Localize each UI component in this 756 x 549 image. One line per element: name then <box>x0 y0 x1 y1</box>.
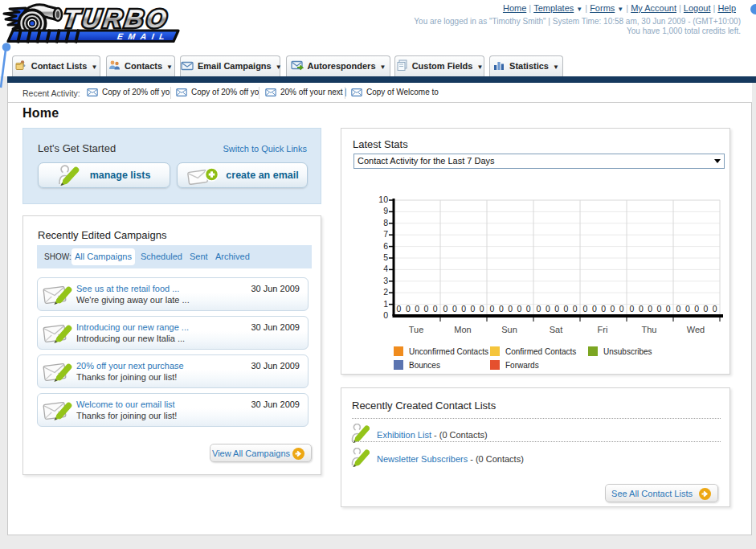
svg-text:0: 0 <box>470 304 475 313</box>
svg-text:0: 0 <box>676 304 681 313</box>
svg-text:10: 10 <box>378 195 388 204</box>
svg-text:0: 0 <box>443 304 448 313</box>
svg-text:0: 0 <box>666 304 671 313</box>
svg-text:0: 0 <box>563 304 568 313</box>
svg-text:0: 0 <box>397 304 402 313</box>
svg-text:2: 2 <box>383 287 388 297</box>
svg-text:EMAIL: EMAIL <box>116 31 170 41</box>
svg-text:0: 0 <box>383 310 388 320</box>
svg-text:0: 0 <box>490 304 495 313</box>
svg-text:0: 0 <box>480 304 484 313</box>
svg-text:3: 3 <box>383 276 388 285</box>
svg-text:0: 0 <box>619 304 624 313</box>
svg-text:0: 0 <box>415 304 419 313</box>
svg-text:0: 0 <box>610 304 615 313</box>
svg-text:Tue: Tue <box>409 325 424 334</box>
svg-text:4: 4 <box>383 264 388 273</box>
svg-text:0: 0 <box>423 304 428 313</box>
svg-text:0: 0 <box>526 304 531 313</box>
svg-text:0: 0 <box>573 304 578 313</box>
svg-text:Mon: Mon <box>454 325 471 334</box>
svg-text:6: 6 <box>383 241 388 251</box>
svg-text:0: 0 <box>630 304 635 313</box>
svg-text:0: 0 <box>703 304 708 313</box>
svg-text:0: 0 <box>685 304 690 313</box>
svg-text:1: 1 <box>383 299 388 309</box>
svg-text:0: 0 <box>461 304 466 313</box>
svg-text:0: 0 <box>592 304 597 313</box>
svg-text:0: 0 <box>546 304 550 313</box>
svg-text:Thu: Thu <box>642 325 657 334</box>
svg-text:0: 0 <box>694 304 699 313</box>
svg-text:Sun: Sun <box>501 325 517 334</box>
svg-text:Sat: Sat <box>550 325 563 334</box>
svg-text:Wed: Wed <box>687 325 705 334</box>
svg-text:0: 0 <box>499 304 504 313</box>
svg-text:0: 0 <box>537 304 541 313</box>
svg-text:0: 0 <box>639 304 644 313</box>
svg-text:5: 5 <box>383 252 388 262</box>
svg-text:8: 8 <box>383 218 388 227</box>
svg-text:0: 0 <box>452 304 457 313</box>
svg-text:0: 0 <box>517 304 521 313</box>
svg-text:0: 0 <box>648 304 652 313</box>
svg-text:0: 0 <box>656 304 661 313</box>
svg-text:0: 0 <box>433 304 438 313</box>
svg-text:TURBO: TURBO <box>61 5 171 34</box>
svg-text:0: 0 <box>601 304 606 313</box>
svg-text:0: 0 <box>713 304 717 313</box>
svg-text:Fri: Fri <box>598 325 608 334</box>
svg-text:0: 0 <box>508 304 513 313</box>
svg-text:7: 7 <box>383 229 388 239</box>
svg-text:0: 0 <box>554 304 559 313</box>
svg-text:0: 0 <box>583 304 588 313</box>
svg-text:9: 9 <box>383 206 388 215</box>
svg-text:0: 0 <box>406 304 411 313</box>
